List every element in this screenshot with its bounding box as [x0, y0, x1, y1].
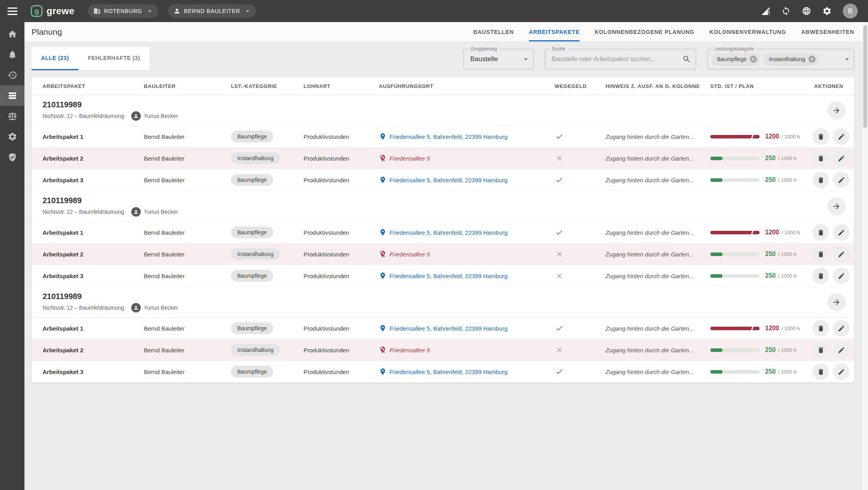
wegegeld-cross-icon: [555, 153, 564, 163]
delete-button[interactable]: [812, 172, 829, 188]
trash-icon: [817, 346, 825, 354]
column-header-lst-kategorie: LST.-KATEGORIE: [231, 83, 304, 89]
sidebar-item-balance[interactable]: [0, 106, 24, 126]
nav-tab-baustellen[interactable]: BAUSTELLEN: [473, 22, 514, 41]
nav-tab-kolonnenverwaltung[interactable]: KOLONNENVERWALTUNG: [710, 22, 786, 41]
wegegeld-check-icon: [555, 324, 564, 333]
pencil-icon: [838, 272, 845, 280]
scrollbar[interactable]: [862, 22, 868, 490]
bauleiter-name: Bernd Bauleiter: [144, 229, 184, 236]
location-text: Friedensallee 5: [389, 155, 430, 162]
delete-button[interactable]: [812, 224, 829, 241]
sidebar-item-home[interactable]: [0, 24, 24, 44]
filter-controls: Gruppierung Baustelle Suche Leistungskat…: [464, 49, 854, 69]
nav-tab-kolonnenbezogene-planung[interactable]: KOLONNENBEZOGENE PLANUNG: [594, 22, 694, 41]
location-link[interactable]: Friedensallee 5, Bahrenfeld, 22399 Hambu…: [389, 177, 507, 183]
category-label: Leistungskategorie: [712, 46, 756, 52]
location-icon: [379, 272, 387, 280]
manager-name: Yunus Becker: [144, 305, 178, 311]
filter-tab-fehlerhafte-3[interactable]: FEHLERHAFTE (3): [78, 47, 150, 70]
filter-tab-alle-23[interactable]: ALLE (23): [32, 47, 78, 70]
cross-icon: [555, 250, 563, 258]
filter-bar: ALLE (23)FEHLERHAFTE (3) Gruppierung Bau…: [24, 42, 868, 77]
sidebar-item-planning-table[interactable]: [0, 85, 24, 106]
wegegeld-cross-icon: [555, 345, 564, 355]
edit-button[interactable]: [833, 128, 849, 145]
user-avatar[interactable]: B: [843, 4, 858, 19]
edit-button[interactable]: [833, 320, 849, 337]
bauleiter-name: Bernd Bauleiter: [144, 133, 184, 140]
sidebar-item-history[interactable]: [0, 65, 24, 85]
location-off-icon: [379, 346, 387, 354]
grouping-value: Baustelle: [470, 55, 522, 63]
edit-button[interactable]: [833, 150, 849, 166]
edit-button[interactable]: [833, 172, 849, 188]
workpackage-name: Arbeitspaket 3: [43, 273, 83, 279]
location-link[interactable]: Friedensallee 5, Bahrenfeld, 22399 Hambu…: [389, 325, 507, 332]
sidebar-item-notifications[interactable]: [0, 44, 24, 65]
group-detail-button[interactable]: [827, 197, 846, 215]
globe-icon[interactable]: [802, 6, 811, 16]
location-link[interactable]: Friedensallee 5, Bahrenfeld, 22399 Hambu…: [389, 368, 507, 375]
pencil-icon: [838, 346, 845, 354]
delete-button[interactable]: [812, 363, 829, 380]
bauleiter-name: Bernd Bauleiter: [144, 177, 184, 183]
delete-button[interactable]: [812, 150, 829, 166]
group-header: 210119989 Nichtsstr. 12 – Baumfeldräumun…: [32, 287, 854, 318]
gear-icon[interactable]: [822, 6, 832, 16]
security-icon: [7, 152, 17, 162]
group-detail-button[interactable]: [827, 101, 846, 120]
sidebar-item-settings[interactable]: [0, 126, 24, 147]
grouping-select[interactable]: Gruppierung Baustelle: [464, 49, 534, 69]
delete-button[interactable]: [812, 320, 829, 337]
filter-chip-instandhaltung[interactable]: Instandhaltung✕: [764, 53, 819, 66]
delete-button[interactable]: [812, 342, 829, 358]
network-status-icon[interactable]: [761, 6, 770, 16]
chip-remove-icon[interactable]: ✕: [750, 56, 757, 63]
chip-remove-icon[interactable]: ✕: [808, 56, 816, 63]
chevron-down-icon: [522, 55, 530, 64]
menu-icon[interactable]: [0, 7, 24, 15]
search-icon[interactable]: [682, 55, 691, 64]
grewe-logo-icon: g: [31, 5, 43, 17]
edit-button[interactable]: [833, 246, 849, 262]
kolonne-hinweis: Zugang hinten durch die Garten...: [605, 251, 694, 258]
location-off-icon: [379, 346, 387, 354]
wegegeld-check-icon: [555, 132, 564, 141]
nav-tab-arbeitspakete[interactable]: ARBEITSPAKETE: [529, 22, 580, 41]
nav-tab-abwesenheiten[interactable]: ABWESENHEITEN: [801, 22, 854, 41]
location-link[interactable]: Friedensallee 5, Bahrenfeld, 22399 Hambu…: [389, 229, 507, 236]
lohnart: Produktivstunden: [304, 325, 349, 332]
scrollbar-thumb[interactable]: [863, 25, 867, 128]
category-filter[interactable]: Leistungskategorie Baumpflege✕Instandhal…: [707, 49, 854, 69]
settings-icon: [7, 132, 17, 142]
column-header-lohnart: LOHNART: [304, 83, 379, 89]
location-off-icon: [379, 154, 387, 162]
location-link[interactable]: Friedensallee 5, Bahrenfeld, 22399 Hambu…: [389, 133, 507, 140]
edit-button[interactable]: [833, 363, 849, 380]
sidebar: [0, 22, 24, 490]
edit-button[interactable]: [833, 267, 849, 284]
location-icon: [379, 176, 387, 184]
user-selector[interactable]: BERND BAULEITER: [168, 4, 257, 18]
arrow-right-icon: [832, 202, 841, 211]
cross-icon: [555, 272, 563, 280]
lohnart: Produktivstunden: [304, 133, 349, 140]
group-detail-button[interactable]: [827, 293, 846, 311]
filter-chip-baumpflege[interactable]: Baumpflege✕: [712, 53, 760, 66]
category-badge: Baumpflege: [231, 131, 273, 142]
manager-name: Yunus Becker: [144, 113, 178, 119]
column-header-bauleiter: BAULEITER: [144, 83, 231, 89]
sidebar-item-security[interactable]: [0, 147, 24, 167]
search-input[interactable]: [551, 56, 682, 63]
delete-button[interactable]: [812, 246, 829, 262]
edit-button[interactable]: [833, 224, 849, 241]
delete-button[interactable]: [812, 128, 829, 145]
delete-button[interactable]: [812, 267, 829, 284]
sync-icon[interactable]: [781, 6, 791, 16]
edit-button[interactable]: [833, 342, 849, 358]
location-selector[interactable]: ROTENBURG: [88, 4, 158, 18]
trash-icon: [817, 229, 825, 236]
location-link[interactable]: Friedensallee 5, Bahrenfeld, 22399 Hambu…: [389, 273, 507, 279]
trash-icon: [817, 155, 825, 162]
